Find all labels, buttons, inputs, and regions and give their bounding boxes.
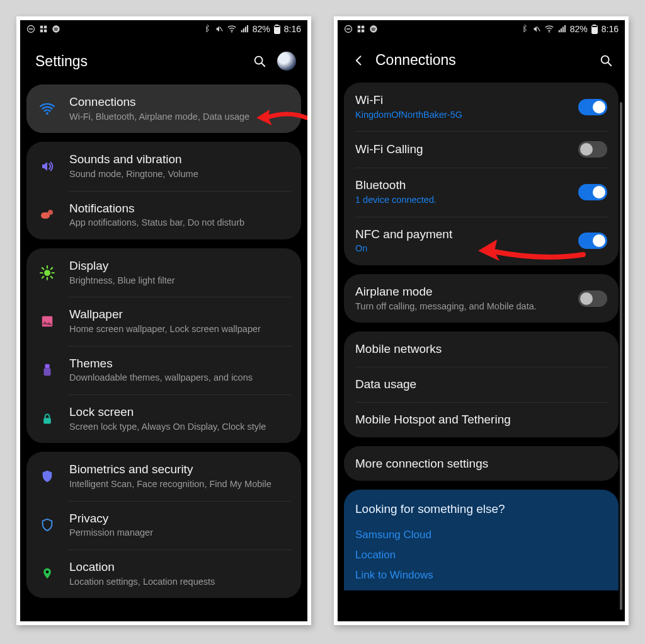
- hint-link[interactable]: Samsung Cloud: [355, 525, 607, 545]
- mute-icon: [532, 25, 541, 33]
- svg-rect-5: [44, 30, 47, 32]
- toggle-nfc[interactable]: [578, 233, 607, 249]
- settings-item-privacy[interactable]: PrivacyPermission manager: [26, 501, 301, 549]
- signal-icon: [557, 25, 566, 33]
- settings-item-wallpaper[interactable]: WallpaperHome screen wallpaper, Lock scr…: [26, 297, 301, 345]
- connections-item-airplane[interactable]: Airplane modeTurn off calling, messaging…: [344, 274, 619, 323]
- connections-item-nfc[interactable]: NFC and paymentOn: [344, 217, 619, 265]
- svg-point-18: [44, 270, 50, 276]
- hint-section: Looking for something else? Samsung Clou…: [344, 490, 619, 590]
- settings-root-screen: 82% 8:16 Settings ConnectionsWi-Fi, Blue…: [16, 16, 311, 625]
- clock: 8:16: [284, 24, 301, 34]
- settings-item-location[interactable]: LocationLocation settings, Location requ…: [26, 549, 301, 598]
- dnd-icon: [26, 25, 35, 33]
- signal-icon: [240, 25, 249, 33]
- item-title: Airplane mode: [355, 284, 566, 299]
- svg-point-15: [46, 112, 49, 115]
- status-bar: 82% 8:16: [20, 20, 307, 38]
- toggle-wifi[interactable]: [578, 99, 607, 115]
- apps-icon: [39, 25, 48, 33]
- item-title: More connection settings: [355, 456, 607, 471]
- item-title: Display: [69, 258, 290, 273]
- item-title: Wi-Fi: [355, 93, 566, 108]
- toggle-airplane[interactable]: [578, 290, 607, 307]
- battery-percent: 82%: [253, 24, 270, 34]
- toggle-wificalling[interactable]: [578, 141, 607, 158]
- svg-rect-30: [43, 418, 51, 423]
- item-title: Wallpaper: [69, 307, 290, 322]
- svg-line-26: [51, 267, 52, 268]
- battery-percent: 82%: [570, 24, 588, 34]
- item-title: Mobile networks: [355, 342, 607, 357]
- connections-item-bluetooth[interactable]: Bluetooth1 device connected.: [344, 168, 619, 216]
- settings-item-sounds[interactable]: Sounds and vibrationSound mode, Ringtone…: [26, 142, 301, 190]
- mute-icon: [215, 25, 224, 33]
- settings-item-notifications[interactable]: NotificationsApp notifications, Status b…: [26, 191, 301, 239]
- settings-item-display[interactable]: DisplayBrightness, Blue light filter: [26, 248, 301, 297]
- item-subtitle: Turn off calling, messaging, and Mobile …: [355, 301, 566, 313]
- dnd-icon: [344, 25, 353, 33]
- connections-item-mobilenet[interactable]: Mobile networks: [344, 331, 619, 367]
- connections-item-wifi[interactable]: Wi-FiKingdomOfNorthBaker-5G: [344, 83, 619, 131]
- item-title: Lock screen: [69, 405, 290, 420]
- svg-point-17: [48, 210, 53, 215]
- item-title: Themes: [69, 356, 290, 371]
- connections-item-wificalling[interactable]: Wi-Fi Calling: [344, 131, 619, 168]
- search-button[interactable]: [252, 54, 267, 69]
- hint-link[interactable]: Location: [355, 545, 607, 565]
- svg-line-39: [537, 27, 540, 32]
- battery-icon: [274, 25, 280, 34]
- item-title: Sounds and vibration: [69, 152, 290, 167]
- item-title: Biometrics and security: [69, 462, 290, 477]
- svg-rect-11: [245, 27, 246, 33]
- item-title: Privacy: [69, 511, 290, 526]
- item-title: NFC and payment: [355, 227, 566, 242]
- sun-icon: [38, 265, 57, 281]
- account-avatar[interactable]: [277, 52, 296, 71]
- item-title: Connections: [69, 95, 290, 110]
- connections-item-hotspot[interactable]: Mobile Hotspot and Tethering: [344, 402, 619, 437]
- speaker-icon: [38, 159, 57, 174]
- settings-item-biometrics[interactable]: Biometrics and securityIntelligent Scan,…: [26, 452, 301, 500]
- svg-line-14: [261, 63, 265, 66]
- settings-group: Biometrics and securityIntelligent Scan,…: [26, 452, 301, 598]
- settings-item-connections[interactable]: ConnectionsWi-Fi, Bluetooth, Airplane mo…: [26, 84, 301, 133]
- hint-link[interactable]: Link to Windows: [355, 565, 607, 585]
- item-title: Data usage: [355, 377, 607, 392]
- svg-line-23: [42, 267, 43, 268]
- svg-rect-9: [241, 30, 242, 33]
- svg-line-46: [608, 62, 611, 66]
- item-subtitle: Brightness, Blue light filter: [69, 275, 290, 287]
- item-subtitle: 1 device connected.: [355, 194, 566, 207]
- wallpaper-icon: [38, 314, 57, 328]
- item-subtitle: Screen lock type, Always On Display, Clo…: [69, 421, 290, 434]
- spotify-icon: [52, 25, 60, 33]
- connections-item-datausage[interactable]: Data usage: [344, 367, 619, 402]
- svg-rect-12: [247, 25, 248, 32]
- toggle-bluetooth[interactable]: [578, 184, 607, 200]
- settings-item-lockscreen[interactable]: Lock screenScreen lock type, Always On D…: [26, 394, 301, 443]
- item-subtitle: Sound mode, Ringtone, Volume: [69, 168, 290, 181]
- settings-header: Settings: [20, 38, 307, 82]
- wifi-icon: [38, 101, 57, 117]
- dot-icon: [38, 209, 57, 221]
- search-button[interactable]: [598, 53, 614, 68]
- connections-item-more[interactable]: More connection settings: [344, 446, 619, 481]
- back-button[interactable]: [353, 54, 365, 67]
- item-subtitle: KingdomOfNorthBaker-5G: [355, 109, 566, 122]
- svg-rect-2: [40, 26, 43, 28]
- page-title: Connections: [375, 52, 588, 69]
- scroll-indicator: [620, 102, 622, 610]
- svg-rect-3: [44, 26, 47, 28]
- item-subtitle: On: [355, 243, 566, 255]
- item-subtitle: Downloadable themes, wallpapers, and ico…: [69, 372, 290, 384]
- svg-line-25: [42, 276, 43, 277]
- connections-group: Airplane modeTurn off calling, messaging…: [344, 274, 619, 323]
- wifi-status-icon: [227, 25, 236, 33]
- item-subtitle: App notifications, Status bar, Do not di…: [69, 217, 290, 229]
- item-subtitle: Permission manager: [69, 527, 290, 539]
- battery-icon: [591, 25, 598, 34]
- settings-item-themes[interactable]: ThemesDownloadable themes, wallpapers, a…: [26, 346, 301, 394]
- svg-rect-44: [564, 25, 566, 32]
- svg-rect-42: [561, 28, 562, 32]
